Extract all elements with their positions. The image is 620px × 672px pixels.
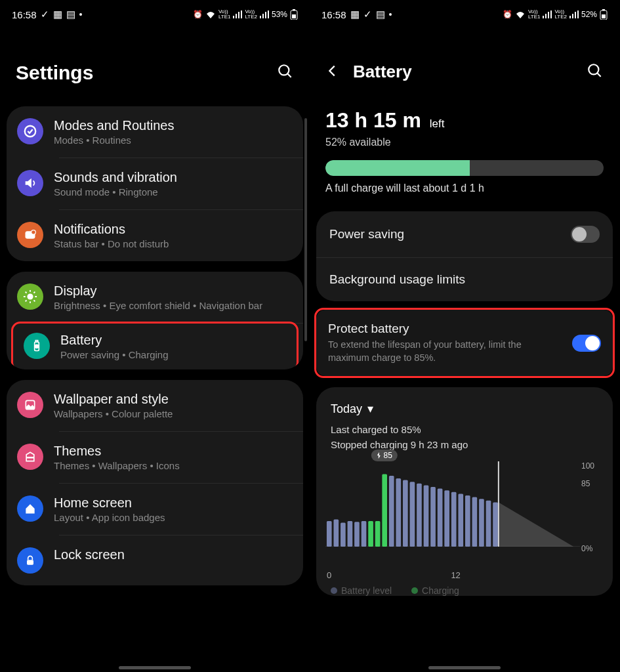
- item-battery[interactable]: Battery Power saving • Charging: [11, 322, 299, 369]
- row-title: Background usage limits: [329, 272, 465, 287]
- svg-rect-2: [292, 14, 296, 18]
- item-sub: Themes • Wallpapers • Icons: [54, 460, 293, 471]
- row-bg-limits[interactable]: Background usage limits: [316, 257, 613, 301]
- search-icon[interactable]: [587, 62, 604, 82]
- battery-available: 52% available: [325, 136, 604, 148]
- search-icon[interactable]: [277, 63, 294, 83]
- status-bar: 16:58 ▦ ✓ ▤ ⏰ Vo))LTE1 Vo))LTE2 52%: [310, 0, 619, 22]
- item-sub: Wallpapers • Colour palette: [54, 408, 293, 419]
- lock-icon: [17, 547, 43, 574]
- item-title: Wallpaper and style: [54, 392, 293, 407]
- time-remaining: 13 h 15 m left: [325, 108, 604, 133]
- item-modes-routines[interactable]: Modes and Routines Modes • Routines: [7, 106, 303, 158]
- svg-rect-43: [424, 486, 429, 547]
- item-sounds[interactable]: Sounds and vibration Sound mode • Ringto…: [7, 158, 303, 209]
- svg-line-27: [597, 73, 600, 76]
- y-axis-labels: 100 85 0%: [581, 461, 604, 553]
- nav-handle[interactable]: [428, 666, 501, 669]
- item-sub: Status bar • Do not disturb: [54, 238, 293, 249]
- settings-header: Settings: [0, 22, 310, 102]
- usage-chart-group[interactable]: Today ▾ Last charged to 85% Stopped char…: [316, 387, 613, 596]
- item-title: Battery: [60, 333, 286, 348]
- item-title: Lock screen: [54, 547, 293, 562]
- status-more-icon: [79, 13, 82, 16]
- chart-svg: [325, 461, 580, 547]
- item-sub: Sound mode • Ringtone: [54, 186, 293, 198]
- battery-header: Battery: [310, 22, 619, 100]
- item-themes[interactable]: Themes Themes • Wallpapers • Icons: [7, 432, 303, 483]
- volte1-icon: Vo))LTE1: [218, 9, 231, 20]
- svg-rect-21: [26, 457, 34, 459]
- settings-screen: 16:58 ✓ ▦ ▤ ⏰ Vo))LTE1 Vo))LTE2 53%: [0, 0, 310, 672]
- chart-legend: Battery level Charging: [323, 580, 606, 596]
- item-sub: Brightness • Eye comfort shield • Naviga…: [54, 300, 293, 311]
- protect-battery-toggle[interactable]: [572, 335, 601, 352]
- back-icon[interactable]: [325, 64, 340, 81]
- battery-pct: 53%: [272, 10, 287, 19]
- home-icon: [17, 495, 43, 522]
- alarm-icon: ⏰: [193, 10, 203, 19]
- item-notifications[interactable]: Notifications Status bar • Do not distur…: [7, 210, 303, 261]
- battery-bar-fill: [325, 160, 470, 176]
- wallpaper-icon: [17, 392, 43, 418]
- wifi-icon: [515, 10, 526, 18]
- full-charge-note: A full charge will last about 1 d 1 h: [325, 182, 604, 194]
- scrollbar[interactable]: [304, 118, 307, 341]
- battery-icon: [600, 9, 608, 20]
- chart-marker: 85: [371, 450, 398, 461]
- volte2-icon: Vo))LTE2: [245, 9, 257, 20]
- svg-rect-40: [403, 480, 408, 547]
- battery-pct: 52%: [581, 10, 597, 19]
- display-icon: [17, 284, 43, 310]
- svg-rect-48: [458, 494, 463, 547]
- svg-rect-22: [27, 560, 33, 565]
- item-home-screen[interactable]: Home screen Layout • App icon badges: [7, 484, 303, 535]
- svg-rect-31: [341, 523, 346, 547]
- chevron-down-icon: ▾: [367, 402, 373, 416]
- item-display[interactable]: Display Brightness • Eye comfort shield …: [7, 272, 303, 323]
- svg-rect-35: [368, 521, 373, 547]
- svg-line-14: [34, 301, 35, 302]
- item-title: Notifications: [54, 222, 293, 237]
- power-saving-toggle[interactable]: [571, 226, 600, 243]
- status-app-icon: ✓: [363, 9, 372, 20]
- svg-rect-49: [465, 495, 470, 547]
- status-bar: 16:58 ✓ ▦ ▤ ⏰ Vo))LTE1 Vo))LTE2 53%: [0, 0, 310, 22]
- svg-rect-18: [35, 341, 37, 343]
- status-doc-icon: ▤: [66, 9, 75, 20]
- charge-info: Last charged to 85% Stopped charging 9 h…: [323, 420, 606, 459]
- svg-rect-36: [375, 521, 381, 547]
- nav-handle[interactable]: [119, 666, 191, 669]
- signal2-icon: [260, 10, 269, 18]
- svg-line-13: [26, 292, 27, 293]
- status-doc-icon: ▤: [376, 9, 385, 20]
- status-image-icon: ▦: [53, 9, 62, 20]
- svg-point-26: [589, 64, 598, 74]
- battery-summary[interactable]: 13 h 15 m left 52% available A full char…: [310, 100, 619, 200]
- svg-rect-52: [486, 501, 491, 547]
- svg-rect-44: [430, 487, 436, 547]
- svg-rect-37: [382, 474, 387, 547]
- svg-point-3: [279, 65, 289, 75]
- themes-icon: [17, 444, 43, 470]
- item-title: Themes: [54, 444, 293, 459]
- today-dropdown[interactable]: Today ▾: [323, 392, 606, 420]
- svg-rect-42: [417, 484, 422, 547]
- svg-rect-25: [602, 14, 606, 18]
- svg-rect-30: [333, 520, 339, 547]
- settings-group: Modes and Routines Modes • Routines Soun…: [7, 106, 303, 261]
- item-title: Display: [54, 284, 293, 299]
- status-time: 16:58: [12, 9, 37, 20]
- item-wallpaper[interactable]: Wallpaper and style Wallpapers • Colour …: [7, 380, 303, 431]
- row-power-saving[interactable]: Power saving: [316, 211, 613, 257]
- item-title: Sounds and vibration: [54, 170, 293, 185]
- item-lock-screen[interactable]: Lock screen: [7, 536, 303, 585]
- protect-battery-card[interactable]: Protect battery To extend the lifespan o…: [314, 308, 615, 378]
- modes-icon: [17, 118, 43, 144]
- svg-line-15: [26, 301, 27, 302]
- item-sub: Layout • App icon badges: [54, 512, 293, 523]
- battery-bar: [325, 160, 604, 176]
- battery-settings-icon: [24, 333, 50, 359]
- status-image-icon: ▦: [350, 9, 360, 20]
- svg-rect-45: [438, 489, 443, 547]
